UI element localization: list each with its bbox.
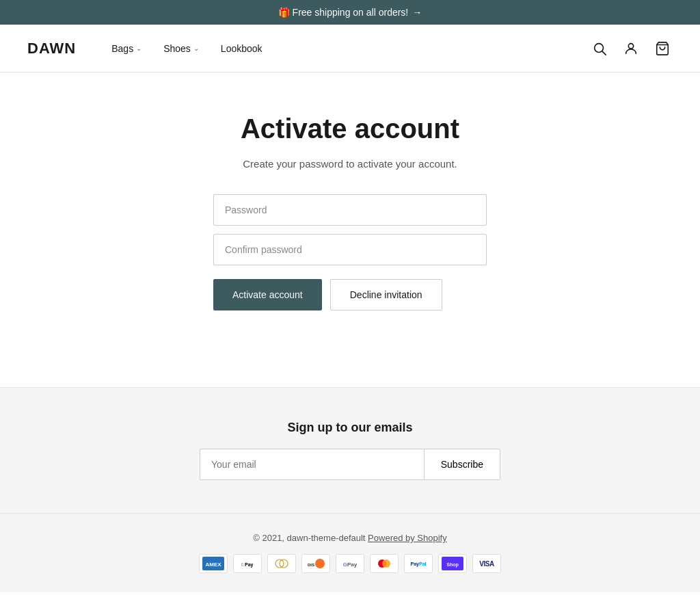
chevron-down-icon: ⌄ [193,44,199,52]
search-icon [592,41,607,56]
cart-icon [655,41,670,56]
page-title: Activate account [241,114,459,144]
activate-button[interactable]: Activate account [213,279,322,310]
payment-visa: VISA [472,554,501,573]
main-content: Activate account Create your password to… [0,72,700,387]
svg-point-12 [315,559,325,568]
payment-shopay: Shop [438,554,467,573]
email-input[interactable] [200,449,424,480]
email-signup-row: Subscribe [200,449,500,480]
copyright-text: © 2021, dawn-theme-default [253,533,365,543]
nav-shoes[interactable]: Shoes ⌄ [155,38,207,60]
account-icon [623,41,638,56]
nav-shoes-label: Shoes [163,43,191,54]
activate-form: Activate account Decline invitation [213,194,487,310]
payment-paypal: PayPal [404,554,433,573]
svg-text:AMEX: AMEX [205,561,221,568]
footer-signup-title: Sign up to our emails [287,421,412,435]
site-logo[interactable]: DAWN [27,40,76,57]
svg-rect-8 [271,557,293,570]
payment-diners [267,554,296,573]
site-header: DAWN Bags ⌄ Shoes ⌄ Lookbook [0,25,700,72]
payment-discover: DIS [301,554,330,573]
svg-text:DIS: DIS [308,563,314,567]
confirm-password-input[interactable] [213,234,487,265]
footer-bottom: © 2021, dawn-theme-default Powered by Sh… [0,513,700,592]
account-button[interactable] [621,38,641,59]
payment-mastercard [370,554,399,573]
footer-copyright: © 2021, dawn-theme-default Powered by Sh… [14,533,686,543]
subscribe-button[interactable]: Subscribe [424,449,500,480]
payment-amex: AMEX [199,554,228,573]
cart-button[interactable] [652,38,673,59]
chevron-down-icon: ⌄ [136,44,142,52]
svg-point-2 [628,43,633,48]
decline-button[interactable]: Decline invitation [330,279,442,310]
svg-text: Pay:  Pay [242,562,254,568]
search-button[interactable] [589,38,610,59]
nav-lookbook[interactable]: Lookbook [213,38,271,60]
header-icons [589,38,673,59]
payment-icons: AMEX  Pay DIS [14,554,686,573]
form-buttons: Activate account Decline invitation [213,279,487,310]
announcement-link[interactable]: 🎁 Free shipping on all orders! → [278,7,422,18]
main-nav: Bags ⌄ Shoes ⌄ Lookbook [103,38,589,60]
password-input[interactable] [213,194,487,226]
svg-text:VISA: VISA [479,560,494,568]
powered-by-link[interactable]: Powered by Shopify [368,533,447,543]
svg-line-1 [602,51,606,55]
nav-bags[interactable]: Bags ⌄ [103,38,150,60]
svg-text:PayPal: PayPal [411,561,427,567]
announcement-arrow: → [412,7,422,18]
svg-point-18 [382,559,390,568]
nav-bags-label: Bags [111,43,133,54]
svg-text:GPay: GPay [343,561,358,568]
svg-text:Shop: Shop [446,562,459,568]
page-subtitle: Create your password to activate your ac… [243,158,457,170]
footer-top: Sign up to our emails Subscribe [0,387,700,513]
announcement-text: 🎁 Free shipping on all orders! [278,7,409,18]
payment-applepay:  Pay [233,554,262,573]
payment-gpay: GPay [336,554,364,573]
nav-lookbook-label: Lookbook [221,43,262,54]
announcement-bar: 🎁 Free shipping on all orders! → [0,0,700,25]
